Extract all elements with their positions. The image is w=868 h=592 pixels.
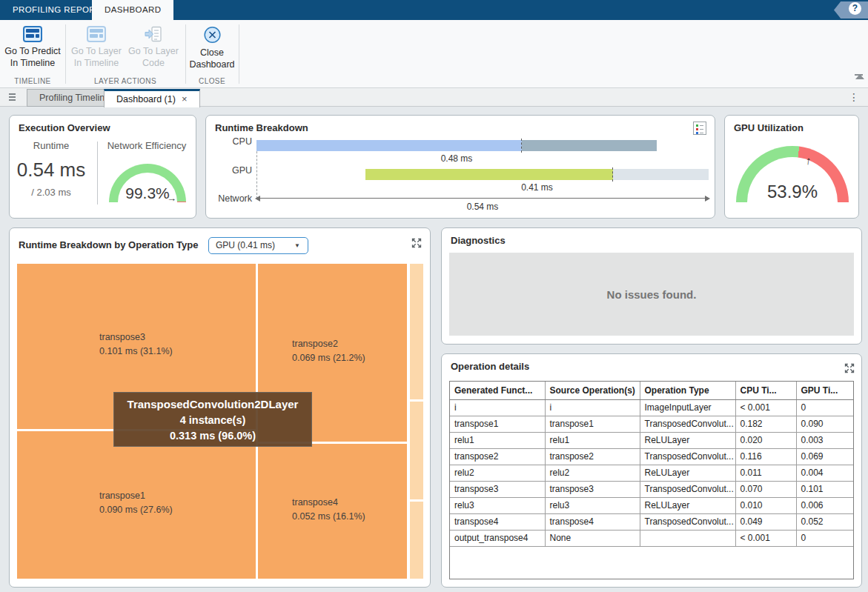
table-cell: relu1 [545, 432, 640, 448]
table-cell: 0.006 [796, 497, 853, 513]
panel-title: Execution Overview [19, 122, 110, 133]
table-cell: 0.052 [796, 513, 853, 530]
help-icon[interactable]: ? [849, 2, 861, 15]
runtime-breakdown-panel: Runtime Breakdown CPU 0.48 ms GPU 0.41 m… [205, 115, 715, 219]
button-label: Go To Layer [128, 46, 179, 56]
button-label: In Timeline [74, 58, 119, 68]
operation-details-table: Generated Funct...Source Operation(s)Ope… [449, 381, 854, 579]
button-label: Close [200, 47, 224, 58]
table-row[interactable]: transpose3transpose3TransposedConvolut..… [450, 481, 853, 497]
diagnostics-panel: Diagnostics No issues found. [441, 227, 862, 345]
table-header-cell[interactable]: GPU Ti... [796, 382, 853, 399]
drag-grip-icon[interactable] [9, 93, 16, 102]
timeline-predict-icon [23, 26, 42, 42]
divider [97, 142, 98, 204]
tab-options-menu-icon[interactable]: ⋮ [849, 91, 859, 103]
table-cell: 0 [796, 399, 853, 416]
table-row[interactable]: transpose1transpose1TransposedConvolut..… [450, 416, 853, 432]
table-cell: relu3 [450, 497, 545, 513]
gpu-row-label: GPU [206, 165, 252, 176]
table-header-cell[interactable]: Operation Type [640, 382, 735, 399]
table-cell: ReLULayer [640, 465, 735, 481]
group-divider [239, 24, 239, 84]
needle-right-icon: → [167, 193, 176, 202]
treemap-cell-relu[interactable] [410, 264, 423, 399]
table-cell: transpose1 [545, 416, 640, 432]
legend-icon[interactable] [693, 122, 706, 135]
table-cell: transpose1 [450, 416, 545, 432]
collapse-ribbon-button[interactable] [855, 74, 865, 79]
panel-title: Operation details [451, 361, 529, 372]
table-header-cell[interactable]: Source Operation(s) [545, 382, 640, 399]
table-cell: transpose2 [545, 448, 640, 465]
table-header-cell[interactable]: CPU Ti... [735, 382, 796, 399]
gpu-utilization-gauge: 53.9% ↑ [736, 146, 849, 202]
network-time-label: 0.54 ms [256, 202, 709, 212]
cpu-time-label: 0.48 ms [256, 153, 657, 164]
table-cell: transpose4 [450, 513, 545, 530]
ribbon-tab-bar: PROFILING REPORT DASHBOARD ? [0, 0, 868, 20]
table-cell: relu2 [450, 465, 545, 481]
tooltip-line: TransposedConvolution2DLayer [114, 398, 311, 410]
go-to-layer-in-timeline-button: Go To Layer In Timeline [65, 26, 127, 69]
cpu-bar-active [256, 140, 522, 151]
button-label: Go To Predict [4, 46, 61, 56]
cell-label: transpose40.052 ms (16.1%) [292, 496, 365, 524]
cell-label: transpose20.069 ms (21.2%) [292, 337, 365, 365]
treemap-cell-relu[interactable] [410, 502, 423, 579]
expand-icon[interactable] [411, 237, 423, 249]
panel-title: Runtime Breakdown [215, 122, 308, 133]
table-cell: 0.101 [796, 481, 853, 497]
table-cell: 0.020 [735, 432, 796, 448]
treemap-cell-transpose1[interactable]: transpose10.090 ms (27.6%) [17, 431, 256, 579]
table-cell: 0.069 [796, 448, 853, 465]
table-row[interactable]: transpose4transpose4TransposedConvolut..… [450, 513, 853, 530]
close-tab-icon[interactable]: × [182, 93, 188, 104]
diagnostics-message-box: No issues found. [449, 253, 854, 336]
table-cell: transpose4 [545, 513, 640, 530]
table-cell: 0.090 [796, 416, 853, 432]
chevron-down-icon: ▼ [294, 238, 300, 253]
gpu-bar-idle [613, 169, 709, 180]
table-row[interactable]: relu2relu2ReLULayer0.0110.004 [450, 465, 853, 481]
table-header-cell[interactable]: Generated Funct... [450, 382, 545, 399]
table-cell: TransposedConvolut... [640, 481, 735, 497]
table-cell: 0.049 [735, 513, 796, 530]
table-cell: 0.116 [735, 448, 796, 465]
table-cell: 0.010 [735, 497, 796, 513]
runtime-label: Runtime [10, 140, 93, 151]
table-header-row: Generated Funct...Source Operation(s)Ope… [450, 382, 853, 399]
runtime-value: 0.54 ms [10, 159, 93, 182]
table-cell: 0.004 [796, 465, 853, 481]
table-row[interactable]: iiImageInputLayer< 0.0010 [450, 399, 853, 416]
treemap-cell-relu[interactable] [410, 402, 423, 499]
tab-dashboard[interactable]: Dashboard (1)× [104, 89, 200, 107]
expand-icon[interactable] [844, 362, 855, 374]
table-row[interactable]: relu3relu3ReLULayer0.0100.006 [450, 497, 853, 513]
table-row[interactable]: output_transpose4None< 0.0010 [450, 530, 853, 546]
tooltip-line: 0.313 ms (96.0%) [114, 430, 311, 442]
table-cell: relu2 [545, 465, 640, 481]
metric-dropdown[interactable]: GPU (0.41 ms) ▼ [208, 237, 308, 254]
treemap-cell-transpose4[interactable]: transpose40.052 ms (16.1%) [258, 444, 407, 579]
cell-label: transpose10.090 ms (27.6%) [99, 489, 173, 517]
ribbon-tab-dashboard[interactable]: DASHBOARD [92, 0, 173, 20]
cpu-row-label: CPU [206, 136, 252, 147]
table-cell: None [545, 530, 640, 546]
table-cell: output_transpose4 [450, 530, 545, 546]
dropdown-value: GPU (0.41 ms) [216, 240, 275, 250]
network-efficiency-gauge: 99.3% → [109, 164, 186, 202]
go-to-predict-in-timeline-button[interactable]: Go To Predict In Timeline [1, 26, 64, 69]
panel-title: GPU Utilization [734, 122, 804, 133]
group-label-layer-actions: LAYER ACTIONS [65, 77, 185, 85]
close-dashboard-button[interactable]: Close Dashboard [181, 26, 243, 70]
table-cell: transpose3 [450, 481, 545, 497]
table-cell: 0.003 [796, 432, 853, 448]
table-cell: i [450, 399, 545, 416]
operation-details-panel: Operation details Generated Funct...Sour… [441, 353, 862, 588]
table-row[interactable]: transpose2transpose2TransposedConvolut..… [450, 448, 853, 465]
runtime-by-operation-panel: Runtime Breakdown by Operation Type GPU … [9, 227, 431, 588]
group-label-timeline: TIMELINE [1, 77, 64, 85]
table-row[interactable]: relu1relu1ReLULayer0.0200.003 [450, 432, 853, 448]
table-cell: ImageInputLayer [640, 399, 735, 416]
